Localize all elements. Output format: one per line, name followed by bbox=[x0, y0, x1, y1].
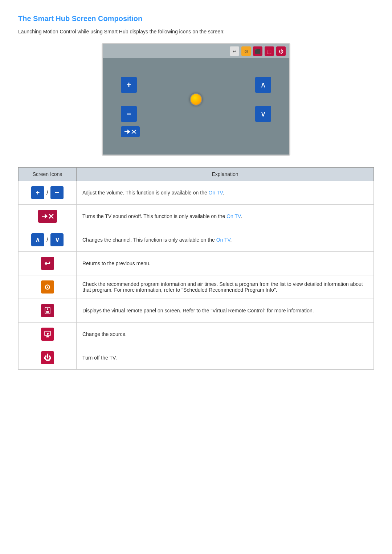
mute-explanation: Turns the TV sound on/off. This function… bbox=[77, 205, 374, 228]
vol-icon-cell: + / − bbox=[19, 181, 77, 205]
cursor-ball bbox=[190, 93, 202, 106]
ch-icon-box: ∧ / ∨ bbox=[31, 233, 64, 246]
svg-rect-14 bbox=[46, 337, 49, 337]
power-icon: ⏻ bbox=[41, 351, 54, 364]
svg-rect-13 bbox=[46, 336, 49, 337]
vol-minus-icon: − bbox=[50, 186, 64, 199]
intro-text: Launching Motion Control while using Sma… bbox=[18, 29, 374, 34]
on-tv-link-mute: On TV bbox=[226, 213, 241, 219]
mute-icon-box bbox=[38, 210, 57, 223]
vol-plus-icon: + bbox=[31, 186, 44, 199]
vol-explanation: Adjust the volume. This function is only… bbox=[77, 181, 374, 205]
tv-top-bar: ↩ ⊙ ⬛ ⬚ ⏻ bbox=[103, 44, 289, 58]
page-title: The Smart Hub Screen Composition bbox=[18, 15, 374, 23]
table-row: Change the source. bbox=[19, 323, 374, 346]
back-icon: ↩ bbox=[41, 257, 54, 270]
virtual-icon-box bbox=[41, 304, 54, 317]
table-header-icons: Screen Icons bbox=[19, 168, 77, 181]
table-row: Turns the TV sound on/off. This function… bbox=[19, 205, 374, 228]
svg-rect-11 bbox=[46, 312, 49, 313]
table-row: + / − Adjust the volume. This function i… bbox=[19, 181, 374, 205]
vol-icon-box: + / − bbox=[31, 186, 64, 199]
svg-marker-5 bbox=[45, 214, 48, 219]
virtual-icon-cell bbox=[19, 299, 77, 323]
slash-separator: / bbox=[46, 189, 48, 197]
ch-up-icon-tv: ∧ bbox=[255, 77, 271, 93]
source-icon-box bbox=[41, 328, 54, 341]
slash-separator-ch: / bbox=[46, 236, 48, 244]
virtual-explanation: Displays the virtual remote panel on scr… bbox=[77, 299, 374, 323]
svg-rect-10 bbox=[46, 311, 49, 312]
source-icon bbox=[41, 328, 54, 341]
back-explanation: Returns to the previous menu. bbox=[77, 252, 374, 275]
schedule-icon: ⊙ bbox=[41, 280, 54, 294]
icons-table: Screen Icons Explanation + / − Adjust th… bbox=[18, 167, 374, 370]
back-icon-box: ↩ bbox=[41, 257, 54, 270]
tv-mockup-container: ↩ ⊙ ⬛ ⬚ ⏻ + − ∧ ∨ bbox=[18, 43, 374, 156]
svg-point-9 bbox=[47, 308, 48, 310]
on-tv-link-ch: On TV bbox=[216, 237, 230, 243]
source-icon-tv: ⬚ bbox=[265, 46, 274, 56]
ch-up-icon: ∧ bbox=[31, 233, 44, 246]
on-tv-link-vol: On TV bbox=[209, 190, 223, 196]
ch-explanation: Changes the channel. This function is on… bbox=[77, 228, 374, 252]
power-explanation: Turn off the TV. bbox=[77, 346, 374, 370]
mute-icon-tv bbox=[121, 126, 140, 137]
ch-down-icon: ∨ bbox=[50, 233, 64, 246]
table-row: Displays the virtual remote panel on scr… bbox=[19, 299, 374, 323]
power-icon-box: ⏻ bbox=[41, 351, 54, 364]
source-explanation: Change the source. bbox=[77, 323, 374, 346]
back-icon-tv: ↩ bbox=[230, 46, 239, 56]
source-icon-cell bbox=[19, 323, 77, 346]
schedule-icon-cell: ⊙ bbox=[19, 275, 77, 299]
power-icon-tv: ⏻ bbox=[276, 46, 286, 56]
table-row: ⏻ Turn off the TV. bbox=[19, 346, 374, 370]
schedule-icon-tv: ⊙ bbox=[241, 46, 251, 56]
schedule-explanation: Check the recommended program informatio… bbox=[77, 275, 374, 299]
mute-icon-cell bbox=[19, 205, 77, 228]
table-header-explanation: Explanation bbox=[77, 168, 374, 181]
back-icon-cell: ↩ bbox=[19, 252, 77, 275]
table-row: ⊙ Check the recommended program informat… bbox=[19, 275, 374, 299]
schedule-icon-box: ⊙ bbox=[41, 280, 54, 294]
ch-icon-cell: ∧ / ∨ bbox=[19, 228, 77, 252]
table-row: ∧ / ∨ Changes the channel. This function… bbox=[19, 228, 374, 252]
vol-plus-icon-tv: + bbox=[121, 77, 137, 93]
ch-down-icon-tv: ∨ bbox=[255, 106, 271, 122]
power-icon-cell: ⏻ bbox=[19, 346, 77, 370]
vol-minus-icon-tv: − bbox=[121, 106, 137, 122]
svg-marker-15 bbox=[47, 333, 49, 335]
table-row: ↩ Returns to the previous menu. bbox=[19, 252, 374, 275]
tv-screen: ↩ ⊙ ⬛ ⬚ ⏻ + − ∧ ∨ bbox=[102, 43, 290, 156]
mute-icon bbox=[38, 210, 57, 223]
svg-marker-1 bbox=[127, 130, 130, 134]
virtual-remote-icon bbox=[41, 304, 54, 317]
virtual-remote-icon-tv: ⬛ bbox=[253, 46, 262, 56]
